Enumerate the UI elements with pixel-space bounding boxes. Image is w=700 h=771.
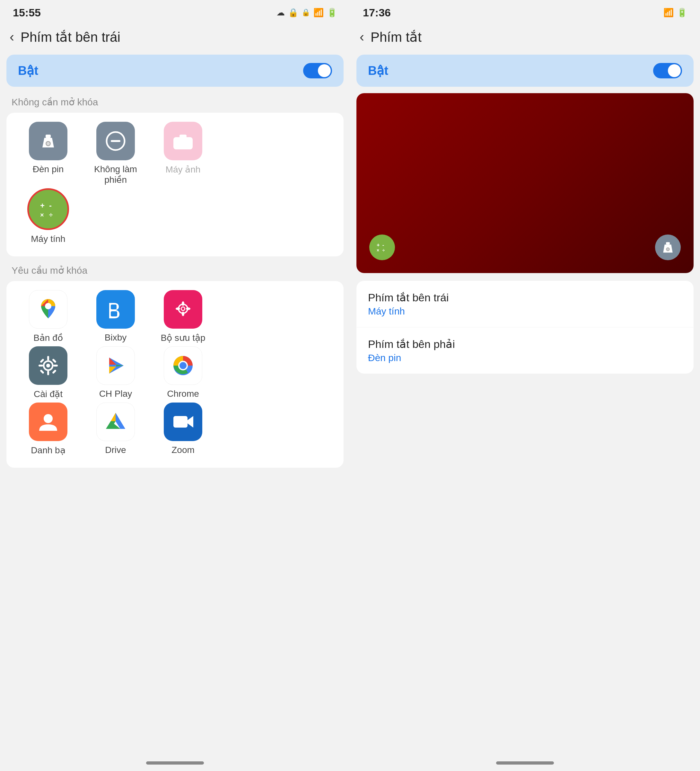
app-maps[interactable]: Bản đồ (16, 290, 80, 343)
svg-rect-9 (180, 135, 187, 138)
svg-rect-33 (53, 364, 58, 366)
svg-point-14 (45, 303, 51, 309)
toggle-section-left[interactable]: Bật (6, 55, 344, 87)
contacts-icon (29, 403, 67, 441)
no-unlock-card: Đèn pin Không làm phiền (6, 113, 344, 256)
svg-point-22 (182, 307, 184, 310)
svg-point-26 (186, 307, 190, 310)
bixby-icon (96, 290, 135, 329)
lock-icon-2: 🔒 (302, 8, 310, 17)
dnd-label: Không làm phiền (83, 164, 148, 185)
svg-point-25 (175, 307, 180, 310)
svg-rect-5 (111, 140, 120, 142)
signal-icon: 📶 (313, 8, 324, 18)
svg-text:×: × (377, 248, 379, 253)
app-camera[interactable]: Máy ảnh (151, 122, 215, 185)
app-gallery[interactable]: Bộ sưu tập (151, 290, 215, 343)
settings-icon (29, 346, 67, 385)
back-button-right[interactable]: ‹ (360, 30, 364, 44)
flashlight-icon (29, 122, 67, 160)
toggle-label-right: Bật (368, 63, 388, 78)
time-left: 15:55 (13, 7, 41, 19)
drive-icon (96, 403, 135, 441)
time-right: 17:36 (363, 7, 391, 19)
status-icons-left: ☁ 🔒 🔒 📶 🔋 (276, 8, 337, 18)
toggle-knob-right (668, 64, 681, 77)
left-screen: 15:55 ☁ 🔒 🔒 📶 🔋 ‹ Phím tắt bên trái Bật … (0, 0, 350, 771)
page-title-left: Phím tắt bên trái (21, 29, 120, 45)
toggle-label-left: Bật (18, 63, 38, 78)
app-flashlight[interactable]: Đèn pin (16, 122, 80, 185)
svg-rect-63 (666, 242, 670, 244)
app-contacts[interactable]: Danh bạ (16, 403, 80, 455)
svg-rect-17 (111, 311, 117, 316)
app-settings[interactable]: Cài đặt (16, 346, 80, 399)
svg-point-23 (182, 301, 184, 306)
back-button-left[interactable]: ‹ (10, 30, 14, 44)
bixby-label: Bixby (105, 332, 127, 343)
signal-icon-right: 📶 (663, 8, 674, 18)
svg-text:-: - (382, 242, 384, 248)
bottom-indicator-left (146, 761, 204, 764)
svg-text:+: + (40, 201, 45, 210)
svg-rect-0 (45, 135, 51, 138)
calculator-icon: + - × ÷ (27, 188, 69, 230)
preview-card: + - × ÷ (356, 93, 694, 273)
page-header-right: ‹ Phím tắt (350, 23, 700, 51)
app-drive[interactable]: Drive (83, 403, 148, 455)
svg-point-48 (44, 414, 53, 423)
bottom-bar-left (0, 755, 350, 771)
zoom-icon (164, 403, 202, 441)
camera-icon (164, 122, 202, 160)
toggle-section-right[interactable]: Bật (356, 55, 694, 87)
selected-row: + - × ÷ Máy tính (16, 188, 334, 244)
preview-icon-right (655, 234, 681, 260)
svg-text:+: + (377, 242, 380, 248)
status-bar-left: 15:55 ☁ 🔒 🔒 📶 🔋 (0, 0, 350, 23)
shortcut-right[interactable]: Phím tắt bên phải Đèn pin (356, 327, 694, 374)
battery-icon: 🔋 (327, 8, 337, 18)
svg-point-24 (182, 312, 184, 316)
app-chrome[interactable]: Chrome (151, 346, 215, 399)
shortcut-left[interactable]: Phím tắt bên trái Máy tính (356, 281, 694, 327)
toggle-switch-right[interactable] (653, 63, 682, 78)
svg-text:÷: ÷ (382, 248, 385, 253)
section-no-unlock-label: Không cần mở khóa (0, 90, 350, 111)
preview-image: + - × ÷ (356, 93, 694, 273)
lock-icon: 🔒 (288, 8, 298, 18)
svg-point-46 (180, 362, 187, 369)
unlock-card: Bản đồ Bixby (6, 281, 344, 468)
contacts-label: Danh bạ (31, 445, 65, 455)
svg-text:×: × (40, 211, 44, 218)
page-title-right: Phím tắt (370, 29, 422, 45)
battery-icon-right: 🔋 (677, 8, 687, 18)
app-dnd[interactable]: Không làm phiền (83, 122, 148, 185)
app-chplay[interactable]: CH Play (83, 346, 148, 399)
unlock-row-3: Danh bạ Drive (16, 403, 334, 455)
svg-rect-32 (39, 364, 43, 366)
shortcut-left-value: Máy tính (368, 306, 682, 317)
status-bar-right: 17:36 📶 🔋 (350, 0, 700, 23)
toggle-switch-left[interactable] (303, 63, 332, 78)
page-header-left: ‹ Phím tắt bên trái (0, 23, 350, 51)
app-bixby[interactable]: Bixby (83, 290, 148, 343)
no-unlock-row: Đèn pin Không làm phiền (16, 122, 334, 185)
maps-label: Bản đồ (33, 332, 63, 343)
app-zoom[interactable]: Zoom (151, 403, 215, 455)
svg-rect-16 (111, 304, 117, 309)
cloud-icon: ☁ (276, 8, 285, 18)
camera-label: Máy ảnh (166, 164, 201, 175)
gallery-icon (164, 290, 202, 329)
settings-label: Cài đặt (34, 389, 63, 399)
svg-point-8 (181, 141, 185, 146)
chrome-label: Chrome (167, 389, 199, 399)
svg-rect-31 (47, 371, 49, 375)
shortcut-right-title: Phím tắt bên phải (368, 338, 682, 350)
right-screen: 17:36 📶 🔋 ‹ Phím tắt Bật + - × ÷ (350, 0, 700, 771)
app-calculator-selected[interactable]: + - × ÷ Máy tính (16, 188, 80, 244)
zoom-label: Zoom (172, 445, 195, 455)
chplay-label: CH Play (99, 389, 132, 399)
svg-text:÷: ÷ (49, 211, 53, 218)
dnd-icon (96, 122, 135, 160)
flashlight-label: Đèn pin (33, 164, 64, 174)
